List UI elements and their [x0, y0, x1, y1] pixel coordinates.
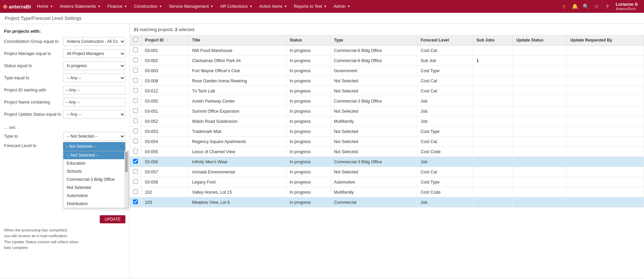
row-project-id[interactable]: 03-002 [142, 56, 189, 66]
nav-home[interactable]: Home ▼ [34, 0, 56, 13]
row-project-id[interactable]: 102 [142, 187, 189, 197]
forecast-level-dropdown-trigger[interactable]: -- Not Selected -- [63, 142, 125, 151]
project-id-input[interactable] [63, 86, 125, 94]
row-checkbox[interactable] [133, 159, 138, 164]
row-project-id[interactable]: 03-053 [142, 127, 189, 137]
alert-icon[interactable]: ! [559, 0, 569, 13]
row-checkbox[interactable] [133, 139, 138, 143]
type-select[interactable]: -- Any -- [63, 74, 125, 82]
select-all-checkbox[interactable] [133, 37, 138, 42]
row-title[interactable]: NW Food Warehouse [189, 46, 286, 56]
row-title[interactable]: Clackamas Office Park #4 [189, 56, 286, 66]
row-title[interactable]: Summit Office Expansion [189, 106, 286, 116]
project-manager-select[interactable]: All Project Managers [63, 49, 125, 58]
row-project-id[interactable]: 103 [142, 197, 189, 207]
dropdown-option-automotive[interactable]: Automotive [63, 192, 128, 200]
update-button[interactable]: UPDATE [100, 215, 125, 223]
row-title[interactable]: Trademark Mall [189, 127, 286, 137]
row-checkbox[interactable] [133, 58, 138, 62]
row-sub-jobs [473, 96, 513, 106]
dropdown-option-education[interactable]: Education [63, 159, 128, 167]
row-status: In progress [286, 127, 331, 137]
row-project-id[interactable]: 03-056 [142, 157, 189, 167]
project-name-input[interactable] [63, 98, 125, 107]
dropdown-option-schools[interactable]: Schools [63, 167, 128, 175]
row-title[interactable]: Walsh Road Subdivision [189, 116, 286, 127]
filter-label-project-id: Project ID starting with [4, 88, 63, 92]
search-icon[interactable]: 🔍 [581, 0, 591, 13]
row-title[interactable]: Lexus of Channel View [189, 147, 286, 157]
dropdown-option-not-selected2[interactable]: Not Selected [63, 184, 128, 192]
row-status: In progress [286, 116, 331, 127]
nav-finance[interactable]: Finance ▼ [104, 0, 130, 13]
nav-service-management[interactable]: Service Management ▼ [165, 0, 217, 13]
row-update-status [513, 46, 567, 56]
row-checkbox[interactable] [133, 118, 138, 123]
nav-construction[interactable]: Construction ▼ [130, 0, 165, 13]
row-project-id[interactable]: 03-051 [142, 106, 189, 116]
nav-anterra-statements[interactable]: Anterra Statements ▼ [56, 0, 104, 13]
col-update-requested-by: Update Requested By [567, 35, 644, 46]
update-status-select[interactable]: -- Any -- [63, 110, 125, 119]
row-project-id[interactable]: 03-008 [142, 76, 189, 86]
row-project-id[interactable]: 03-052 [142, 116, 189, 127]
app-logo[interactable]: ◈ anterraBI [3, 3, 31, 10]
nav-admin[interactable]: Admin ▼ [330, 0, 354, 13]
row-project-id[interactable]: 03-054 [142, 137, 189, 147]
row-title[interactable]: Meadow View, Lot 8 [189, 197, 286, 207]
nav-reports-to-test[interactable]: Reports to Test ▼ [290, 0, 330, 13]
row-update-status [513, 187, 567, 197]
table-scroll-container[interactable]: Project ID ↑ Title Status Type Forecast … [130, 35, 644, 278]
row-checkbox[interactable] [133, 108, 138, 113]
row-title[interactable]: Armada Environmental [189, 167, 286, 177]
user-menu[interactable]: Lorianne G AnterraTech [612, 2, 641, 11]
row-title[interactable]: Infinity Men's Wear [189, 157, 286, 167]
row-checkbox[interactable] [133, 88, 138, 93]
row-project-id[interactable]: 03-055 [142, 147, 189, 157]
row-update-status [513, 96, 567, 106]
row-project-id[interactable]: 03-012 [142, 86, 189, 96]
row-update-requested-by [567, 76, 644, 86]
bell-icon[interactable]: 🔔 [570, 0, 580, 13]
dropdown-option-distribution[interactable]: Distribution [63, 200, 128, 208]
row-checkbox[interactable] [133, 179, 138, 184]
row-title[interactable]: Valley Homes, Lot 15 [189, 187, 286, 197]
row-project-id[interactable]: 03-058 [142, 177, 189, 187]
row-update-requested-by [567, 46, 644, 56]
dropdown-option-not-selected[interactable]: -- Not Selected -- [63, 151, 128, 159]
row-checkbox[interactable] [133, 189, 138, 194]
set-type-select[interactable]: -- Not Selected -- [63, 132, 125, 141]
row-checkbox[interactable] [133, 98, 138, 103]
row-title[interactable]: Austin Parkway Center [189, 96, 286, 106]
dropdown-option-commercial3[interactable]: Commercial-3 Bldg Office [63, 175, 128, 184]
row-project-id[interactable]: 03-003 [142, 66, 189, 76]
row-title[interactable]: Tri Tech Lab [189, 86, 286, 96]
col-sub-jobs: Sub Jobs [473, 35, 513, 46]
row-checkbox[interactable] [133, 78, 138, 83]
row-project-id[interactable]: 03-050 [142, 96, 189, 106]
nav-action-items[interactable]: Action Items ▼ [256, 0, 290, 13]
star-icon[interactable]: ☆ [591, 0, 602, 13]
row-checkbox[interactable] [133, 129, 138, 133]
col-project-id[interactable]: Project ID ↑ [142, 35, 189, 46]
dropdown-scrollbar[interactable] [124, 151, 128, 208]
help-icon[interactable]: ? [602, 0, 612, 13]
row-checkbox[interactable] [133, 149, 138, 154]
status-select[interactable]: In progress [63, 61, 125, 70]
row-type: Commercial-3 Bldg Office [331, 96, 417, 106]
row-checkbox[interactable] [133, 199, 138, 204]
row-title[interactable]: Legacy Ford [189, 177, 286, 187]
consolidation-group-select[interactable]: Anterra Construction - All Co... [63, 37, 125, 46]
row-checkbox-cell [130, 127, 142, 137]
row-title[interactable]: Fort Wayne Officer's Club [189, 66, 286, 76]
row-checkbox[interactable] [133, 48, 138, 52]
row-project-id[interactable]: 03-001 [142, 46, 189, 56]
row-checkbox[interactable] [133, 68, 138, 73]
row-title[interactable]: Regency Square Apartments [189, 137, 286, 147]
row-checkbox[interactable] [133, 169, 138, 174]
row-type: Automotive [331, 177, 417, 187]
row-status: In progress [286, 157, 331, 167]
row-project-id[interactable]: 03-057 [142, 167, 189, 177]
nav-ar-collections[interactable]: AR Collections ▼ [217, 0, 256, 13]
row-title[interactable]: Rose Garden Arena Rewiring [189, 76, 286, 86]
